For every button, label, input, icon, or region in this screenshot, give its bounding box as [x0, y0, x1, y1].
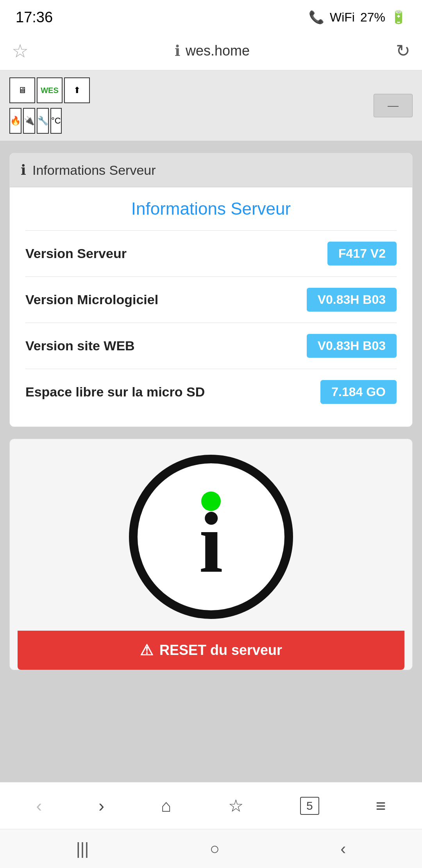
browser-bottom-nav: ‹ › ⌂ ☆ 5 ≡	[0, 782, 422, 829]
bookmarks-button[interactable]: ☆	[228, 796, 243, 816]
info-circle: i	[129, 455, 293, 619]
info-row-micrologiciel: Version Micrologiciel V0.83H B03	[25, 276, 397, 323]
logo-icon-fire: 🔥	[9, 108, 21, 134]
forward-button[interactable]: ›	[98, 796, 104, 816]
bookmarks-icon: ☆	[228, 796, 243, 816]
system-back-button[interactable]: ‹	[340, 839, 346, 858]
warning-icon: ⚠	[140, 642, 153, 659]
reset-button[interactable]: ⚠ RESET du serveur	[18, 631, 404, 670]
info-row-espace-libre: Espace libre sur la micro SD 7.184 GO	[25, 369, 397, 415]
logo-icon-tool: 🔧	[37, 108, 49, 134]
back-button[interactable]: ‹	[36, 796, 42, 816]
site-header: 🖥 WES ⬆ 🔥 🔌 🔧 °C —	[0, 70, 422, 141]
menu-button[interactable]: ≡	[376, 796, 386, 816]
site-logo: 🖥 WES ⬆ 🔥 🔌 🔧 °C	[9, 77, 123, 134]
home-icon: ⌂	[161, 796, 172, 816]
system-home-button[interactable]: ○	[210, 839, 220, 858]
url-bar[interactable]: ℹ wes.home	[36, 42, 388, 59]
label-site-web: Version site WEB	[25, 338, 135, 353]
info-row-version-serveur: Version Serveur F417 V2	[25, 230, 397, 276]
info-circle-letter: i	[199, 500, 223, 586]
system-home-icon: ○	[210, 839, 220, 858]
battery-indicator: 27%	[360, 10, 385, 25]
logo-icon-wes: WES	[37, 77, 63, 103]
browser-bar: ☆ ℹ wes.home ↻	[0, 31, 422, 70]
recent-apps-icon: |||	[76, 839, 89, 858]
battery-icon: 🔋	[391, 10, 406, 25]
call-icon: 📞	[309, 10, 324, 25]
info-card-main-title: Informations Serveur	[25, 199, 397, 219]
logo-icon-temp: °C	[50, 108, 62, 134]
wifi-icon: WiFi	[330, 10, 355, 25]
info-circle-card: i ⚠ RESET du serveur	[9, 439, 413, 670]
bookmark-star-icon[interactable]: ☆	[12, 40, 29, 62]
home-button[interactable]: ⌂	[161, 796, 172, 816]
tabs-icon: 5	[300, 797, 319, 815]
label-micrologiciel: Version Micrologiciel	[25, 292, 158, 307]
info-card-header-title: Informations Serveur	[32, 163, 156, 178]
logo-icon-server: 🖥	[9, 77, 35, 103]
hamburger-button[interactable]: —	[374, 94, 413, 117]
info-header-icon: ℹ	[21, 162, 26, 178]
main-content: ℹ Informations Serveur Informations Serv…	[0, 141, 422, 782]
badge-version-serveur: F417 V2	[327, 242, 397, 265]
info-card-header: ℹ Informations Serveur	[10, 153, 412, 187]
system-back-icon: ‹	[340, 839, 346, 858]
recent-apps-button[interactable]: |||	[76, 839, 89, 858]
status-time: 17:36	[16, 9, 53, 26]
badge-espace-libre: 7.184 GO	[320, 380, 397, 404]
badge-site-web: V0.83H B03	[307, 334, 397, 358]
status-bar: 17:36 📞 WiFi 27% 🔋	[0, 0, 422, 31]
info-row-site-web: Version site WEB V0.83H B03	[25, 323, 397, 369]
status-icons: 📞 WiFi 27% 🔋	[309, 10, 406, 25]
info-card-body: Informations Serveur Version Serveur F41…	[10, 187, 412, 427]
reset-label: RESET du serveur	[159, 642, 282, 658]
badge-micrologiciel: V0.83H B03	[307, 288, 397, 312]
label-espace-libre: Espace libre sur la micro SD	[25, 384, 205, 400]
status-dot-green	[201, 491, 221, 511]
system-nav-bar: ||| ○ ‹	[0, 829, 422, 868]
menu-icon: ≡	[376, 796, 386, 816]
url-info-icon: ℹ	[175, 42, 180, 59]
info-server-card: ℹ Informations Serveur Informations Serv…	[9, 153, 413, 427]
logo-icon-upload: ⬆	[64, 77, 90, 103]
refresh-icon[interactable]: ↻	[396, 41, 410, 61]
label-version-serveur: Version Serveur	[25, 246, 127, 261]
logo-icon-plug: 🔌	[23, 108, 35, 134]
tabs-button[interactable]: 5	[300, 797, 319, 815]
url-text: wes.home	[186, 43, 250, 59]
